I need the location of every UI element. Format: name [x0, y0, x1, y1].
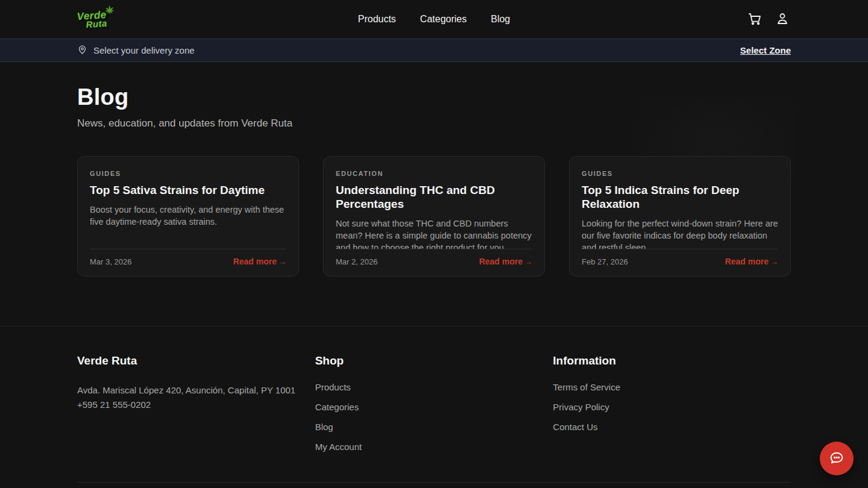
post-category: GUIDES [582, 170, 778, 177]
user-icon [775, 11, 790, 28]
page-title: Blog [77, 84, 791, 110]
post-date: Feb 27, 2026 [582, 257, 628, 266]
blog-card-indica-relaxation[interactable]: GUIDES Top 5 Indica Strains for Deep Rel… [569, 156, 791, 277]
main-content: Blog News, education, and updates from V… [0, 62, 868, 277]
post-category: GUIDES [90, 170, 286, 177]
read-more-link[interactable]: Read more→ [233, 257, 286, 266]
footer-shop-heading: Shop [315, 354, 553, 368]
delivery-zone-status: Select your delivery zone [77, 45, 195, 57]
cannabis-leaf-icon [104, 4, 117, 19]
map-pin-icon [77, 45, 87, 57]
post-title: Understanding THC and CBD Percentages [336, 184, 532, 211]
arrow-right-icon: → [278, 257, 286, 266]
post-footer: Feb 27, 2026 Read more→ [582, 249, 778, 266]
post-footer: Mar 2, 2026 Read more→ [336, 249, 532, 266]
footer-link-categories[interactable]: Categories [315, 402, 359, 412]
site-footer: Verde Ruta Avda. Mariscal López 420, Asu… [0, 326, 868, 483]
cart-button[interactable] [746, 11, 763, 28]
read-more-label: Read more [233, 257, 277, 266]
post-date: Mar 3, 2026 [90, 257, 131, 266]
footer-link-privacy[interactable]: Privacy Policy [553, 402, 609, 412]
chat-bubble-icon [828, 449, 845, 468]
read-more-label: Read more [479, 257, 523, 266]
footer-brand-column: Verde Ruta Avda. Mariscal López 420, Asu… [77, 354, 315, 461]
delivery-zone-bar: Select your delivery zone Select Zone [0, 39, 868, 62]
footer-information-heading: Information [553, 354, 791, 368]
main-nav: Products Categories Blog [358, 14, 511, 25]
footer-information-column: Information Terms of Service Privacy Pol… [553, 354, 791, 461]
post-date: Mar 2, 2026 [336, 257, 377, 266]
footer-shop-column: Shop Products Categories Blog My Account [315, 354, 553, 461]
post-excerpt: Not sure what those THC and CBD numbers … [336, 217, 532, 249]
footer-link-products[interactable]: Products [315, 382, 351, 392]
blog-card-thc-cbd[interactable]: EDUCATION Understanding THC and CBD Perc… [323, 156, 545, 277]
nav-link-products[interactable]: Products [358, 14, 396, 25]
arrow-right-icon: → [524, 257, 532, 266]
top-navbar: Verde Ruta Products Categories Blog [0, 0, 868, 39]
footer-phone: +595 21 555-0202 [77, 399, 151, 410]
cart-icon [747, 11, 762, 28]
nav-link-blog[interactable]: Blog [491, 14, 510, 25]
blog-card-sativa-daytime[interactable]: GUIDES Top 5 Sativa Strains for Daytime … [77, 156, 299, 277]
post-footer: Mar 3, 2026 Read more→ [90, 249, 286, 266]
read-more-link[interactable]: Read more→ [725, 257, 778, 266]
post-category: EDUCATION [336, 170, 532, 177]
footer-link-terms[interactable]: Terms of Service [553, 382, 620, 392]
footer-address: Avda. Mariscal López 420, Asunción, Capi… [77, 385, 295, 395]
page-subtitle: News, education, and updates from Verde … [77, 117, 791, 130]
post-title: Top 5 Sativa Strains for Daytime [90, 184, 286, 198]
delivery-zone-message: Select your delivery zone [93, 45, 195, 55]
post-title: Top 5 Indica Strains for Deep Relaxation [582, 184, 778, 211]
brand-logo[interactable]: Verde Ruta [77, 9, 116, 29]
footer-link-contact[interactable]: Contact Us [553, 422, 597, 432]
read-more-label: Read more [725, 257, 769, 266]
chat-button[interactable] [820, 442, 854, 475]
footer-link-blog[interactable]: Blog [315, 422, 333, 432]
select-zone-link[interactable]: Select Zone [740, 45, 791, 55]
blog-post-grid: GUIDES Top 5 Sativa Strains for Daytime … [77, 156, 791, 277]
account-button[interactable] [774, 11, 791, 28]
footer-link-my-account[interactable]: My Account [315, 442, 362, 452]
nav-actions [746, 11, 791, 28]
footer-divider [77, 482, 791, 483]
post-excerpt: Looking for the perfect wind-down strain… [582, 217, 778, 249]
post-excerpt: Boost your focus, creativity, and energy… [90, 204, 286, 228]
logo-text-line2: Ruta [86, 19, 107, 29]
footer-brand-heading: Verde Ruta [77, 354, 315, 368]
nav-link-categories[interactable]: Categories [420, 14, 467, 25]
arrow-right-icon: → [770, 257, 778, 266]
read-more-link[interactable]: Read more→ [479, 257, 532, 266]
